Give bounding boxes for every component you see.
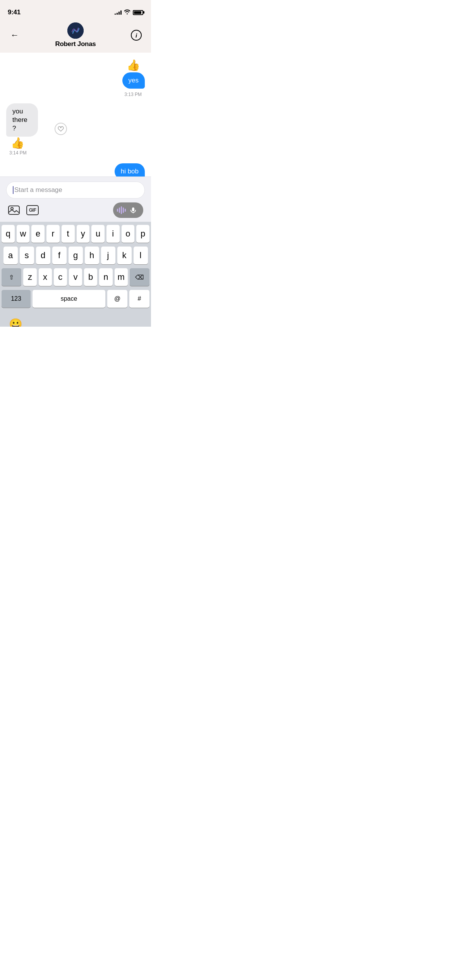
space-key[interactable]: space: [33, 290, 105, 308]
message-row: yes: [6, 72, 145, 89]
contact-info[interactable]: Robert Jonas: [55, 22, 96, 48]
key-r[interactable]: r: [46, 225, 60, 243]
key-l[interactable]: l: [134, 247, 148, 264]
key-c[interactable]: c: [54, 268, 67, 286]
received-bubble[interactable]: you there ?: [6, 103, 38, 137]
at-key[interactable]: @: [107, 290, 127, 308]
key-m[interactable]: m: [115, 268, 128, 286]
sent-bubble[interactable]: yes: [122, 72, 145, 89]
message-row: you there ?: [6, 103, 51, 137]
gif-icon: GIF: [26, 205, 39, 215]
key-f[interactable]: f: [52, 247, 67, 264]
key-g[interactable]: g: [69, 247, 83, 264]
input-placeholder: Start a message: [14, 186, 62, 194]
sent-emoji-thumbs: 👍: [6, 59, 145, 72]
message-timestamp: 3:14 PM: [6, 150, 145, 156]
status-time: 9:41: [8, 9, 21, 16]
key-p[interactable]: p: [136, 225, 149, 243]
key-s[interactable]: s: [20, 247, 34, 264]
react-button[interactable]: [55, 123, 67, 135]
emoji-icon: 😀: [9, 318, 22, 327]
key-h[interactable]: h: [85, 247, 99, 264]
numbers-key[interactable]: 123: [2, 290, 31, 308]
keyboard: q w e r t y u i o p a s d f g h j k l ⇧ …: [0, 222, 151, 313]
media-button[interactable]: [8, 204, 20, 216]
voice-button[interactable]: [113, 202, 143, 218]
status-icons: [115, 9, 143, 15]
key-n[interactable]: n: [99, 268, 112, 286]
shift-key[interactable]: ⇧: [2, 268, 21, 286]
key-z[interactable]: z: [23, 268, 36, 286]
input-actions: GIF: [6, 202, 145, 218]
back-arrow-icon: ←: [10, 30, 19, 40]
back-button[interactable]: ←: [8, 28, 22, 42]
avatar: [67, 22, 84, 39]
key-x[interactable]: x: [39, 268, 52, 286]
backspace-key[interactable]: ⌫: [130, 268, 149, 286]
key-w[interactable]: w: [17, 225, 30, 243]
keyboard-row-2: a s d f g h j k l: [2, 247, 149, 264]
received-emoji-thumbs: 👍: [6, 137, 145, 149]
key-e[interactable]: e: [31, 225, 45, 243]
battery-icon: [133, 10, 143, 15]
signal-bars-icon: [115, 10, 122, 15]
input-area: Start a message GIF: [0, 176, 151, 222]
gif-button[interactable]: GIF: [26, 204, 39, 216]
keyboard-row-3: ⇧ z x c v b n m ⌫: [2, 268, 149, 286]
contact-name: Robert Jonas: [55, 40, 96, 48]
message-timestamp: 3:13 PM: [6, 92, 145, 97]
sent-bubble[interactable]: hi bob: [115, 163, 145, 176]
wifi-icon: [124, 9, 130, 15]
message-input-field[interactable]: Start a message: [6, 182, 145, 199]
info-button[interactable]: i: [129, 28, 143, 42]
key-o[interactable]: o: [122, 225, 135, 243]
key-k[interactable]: k: [117, 247, 132, 264]
emoji-button[interactable]: 😀: [8, 316, 23, 327]
chat-header: ← Robert Jonas i: [0, 19, 151, 53]
svg-rect-3: [9, 206, 19, 214]
hash-key[interactable]: #: [129, 290, 149, 308]
bottom-bar: 😀: [0, 313, 151, 327]
key-d[interactable]: d: [36, 247, 50, 264]
key-u[interactable]: u: [91, 225, 105, 243]
voice-circle: [127, 204, 139, 216]
key-y[interactable]: y: [77, 225, 90, 243]
gif-label: GIF: [29, 207, 36, 213]
key-t[interactable]: t: [62, 225, 75, 243]
svg-rect-5: [132, 207, 134, 211]
info-icon: i: [131, 30, 142, 41]
keyboard-row-4: 123 space @ #: [2, 290, 149, 308]
key-j[interactable]: j: [101, 247, 115, 264]
message-row: hi bob: [6, 163, 145, 176]
key-v[interactable]: v: [69, 268, 82, 286]
key-b[interactable]: b: [84, 268, 97, 286]
key-i[interactable]: i: [106, 225, 120, 243]
chat-area: 👍 yes 3:13 PM you there ? 👍 3:14 PM hi b…: [0, 53, 151, 176]
key-a[interactable]: a: [3, 247, 18, 264]
status-bar: 9:41: [0, 0, 151, 19]
input-left-buttons: GIF: [8, 204, 39, 216]
key-q[interactable]: q: [2, 225, 15, 243]
text-cursor: [13, 186, 14, 194]
keyboard-row-1: q w e r t y u i o p: [2, 225, 149, 243]
